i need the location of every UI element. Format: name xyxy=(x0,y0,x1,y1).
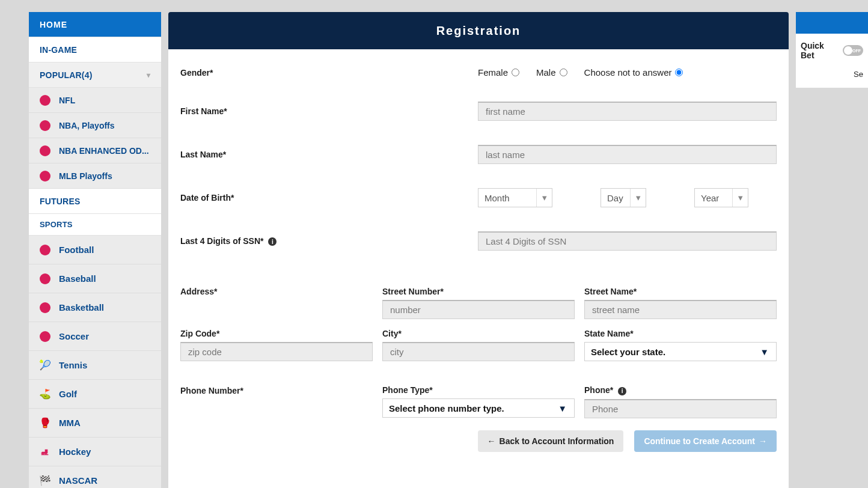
sidebar-nav: HOME IN-GAME POPULAR(4) ▾ NFL NBA, Playo… xyxy=(29,12,161,488)
continue-button[interactable]: Continue to Create Account → xyxy=(634,430,777,452)
nav-item-label: NBA, Playoffs xyxy=(59,121,115,130)
registration-header: Registration xyxy=(168,12,789,49)
registration-form: Gender* Female Male Choose not to answer xyxy=(168,49,789,488)
gender-female-radio[interactable] xyxy=(512,69,519,76)
state-select-text: Select your state. xyxy=(591,347,665,357)
nav-item-label: Golf xyxy=(59,389,77,399)
tennis-icon: 🎾 xyxy=(40,360,50,371)
dob-year-text: Year xyxy=(701,193,719,203)
quick-bet-toggle[interactable]: OFF xyxy=(843,45,863,56)
gender-male-text: Male xyxy=(536,67,556,78)
city-label: City* xyxy=(382,329,575,338)
nav-popular-mlb[interactable]: MLB Playoffs xyxy=(29,163,161,189)
nav-futures[interactable]: FUTURES xyxy=(29,189,161,214)
football-icon xyxy=(40,245,50,255)
mma-icon: 🥊 xyxy=(40,418,50,429)
zip-input[interactable] xyxy=(180,342,373,361)
back-button[interactable]: ← Back to Account Information xyxy=(478,430,624,452)
chevron-down-icon: ▾ xyxy=(147,71,150,79)
street-number-label: Street Number* xyxy=(382,287,575,296)
state-select[interactable]: Select your state. ▼ xyxy=(584,342,777,361)
last-name-input[interactable] xyxy=(478,145,777,164)
gender-male-radio[interactable] xyxy=(560,69,567,76)
gender-label: Gender* xyxy=(180,68,478,78)
street-name-input[interactable] xyxy=(584,300,777,319)
chevron-down-icon: ▾ xyxy=(536,189,552,207)
phone-input[interactable] xyxy=(584,399,777,418)
nav-sport-mma[interactable]: 🥊 MMA xyxy=(29,409,161,438)
nav-item-label: Basketball xyxy=(59,302,104,313)
dob-label: Date of Birth* xyxy=(180,193,478,203)
baseball-icon xyxy=(40,171,50,181)
nav-sport-basketball[interactable]: Basketball xyxy=(29,293,161,322)
dob-day-text: Day xyxy=(607,193,623,203)
gender-na-option[interactable]: Choose not to answer xyxy=(584,67,683,78)
first-name-input[interactable] xyxy=(478,102,777,121)
basketball-icon xyxy=(40,120,50,131)
ssn-label-text: Last 4 Digits of SSN* xyxy=(180,236,263,246)
betslip-header xyxy=(796,12,868,34)
phone-label: Phone* i xyxy=(584,385,777,395)
gender-female-option[interactable]: Female xyxy=(478,67,519,78)
nascar-icon: 🏁 xyxy=(40,475,50,486)
info-icon[interactable]: i xyxy=(618,387,626,395)
nav-in-game[interactable]: IN-GAME xyxy=(29,37,161,63)
nav-item-label: NFL xyxy=(59,96,75,105)
continue-button-label: Continue to Create Account xyxy=(644,436,755,446)
nav-item-label: Football xyxy=(59,245,94,255)
nav-sports-header: SPORTS xyxy=(29,214,161,236)
dob-month-text: Month xyxy=(484,193,510,203)
street-name-label: Street Name* xyxy=(584,287,777,296)
nav-popular-nfl[interactable]: NFL xyxy=(29,88,161,113)
chevron-down-icon: ▾ xyxy=(732,189,748,207)
phone-type-select[interactable]: Select phone number type. ▼ xyxy=(382,398,575,418)
nav-sport-football[interactable]: Football xyxy=(29,236,161,264)
nav-sport-nascar[interactable]: 🏁 NASCAR xyxy=(29,466,161,488)
caret-down-icon: ▼ xyxy=(558,403,567,413)
nav-sport-soccer[interactable]: Soccer xyxy=(29,322,161,351)
nav-item-label: NBA ENHANCED OD... xyxy=(59,146,149,156)
nav-sport-golf[interactable]: ⛳ Golf xyxy=(29,380,161,409)
gender-na-radio[interactable] xyxy=(675,69,683,76)
hockey-icon: ⛸ xyxy=(40,447,50,457)
phone-type-select-text: Select phone number type. xyxy=(389,403,504,413)
soccer-icon xyxy=(40,331,50,342)
city-input[interactable] xyxy=(382,342,575,361)
nav-item-label: NASCAR xyxy=(59,475,97,486)
right-secondary-text: Se xyxy=(801,60,863,79)
nav-popular-nba-playoffs[interactable]: NBA, Playoffs xyxy=(29,113,161,138)
arrow-right-icon: → xyxy=(759,436,767,446)
gender-na-text: Choose not to answer xyxy=(584,67,672,78)
street-number-input[interactable] xyxy=(382,300,575,319)
nav-item-label: Soccer xyxy=(59,331,89,341)
info-icon[interactable]: i xyxy=(268,237,277,246)
gender-radio-group: Female Male Choose not to answer xyxy=(478,67,777,78)
gender-male-option[interactable]: Male xyxy=(536,67,567,78)
last-name-label: Last Name* xyxy=(180,150,478,159)
back-button-label: Back to Account Information xyxy=(500,436,614,446)
dob-year-select[interactable]: Year ▾ xyxy=(694,188,748,207)
dob-day-select[interactable]: Day ▾ xyxy=(601,188,646,207)
basketball-icon xyxy=(40,145,50,156)
nav-home[interactable]: HOME xyxy=(29,12,161,37)
arrow-left-icon: ← xyxy=(487,436,496,446)
nav-sport-tennis[interactable]: 🎾 Tennis xyxy=(29,351,161,380)
phone-label-text: Phone* xyxy=(584,385,613,395)
nav-popular-label: POPULAR(4) xyxy=(40,70,93,80)
first-name-label: First Name* xyxy=(180,106,478,116)
nav-popular-nba-enhanced[interactable]: NBA ENHANCED OD... xyxy=(29,138,161,163)
nav-item-label: MLB Playoffs xyxy=(59,171,112,181)
state-label: State Name* xyxy=(584,329,777,338)
nav-popular[interactable]: POPULAR(4) ▾ xyxy=(29,63,161,88)
dob-month-select[interactable]: Month ▾ xyxy=(478,188,552,207)
ssn-input[interactable] xyxy=(478,231,777,251)
nav-sport-hockey[interactable]: ⛸ Hockey xyxy=(29,438,161,466)
nav-sport-baseball[interactable]: Baseball xyxy=(29,264,161,293)
ssn-label: Last 4 Digits of SSN* i xyxy=(180,236,478,246)
chevron-down-icon: ▾ xyxy=(630,189,646,207)
quick-bet-label: Quick Bet xyxy=(801,41,839,60)
baseball-icon xyxy=(40,273,50,284)
caret-down-icon: ▼ xyxy=(760,347,769,357)
phone-type-label: Phone Type* xyxy=(382,385,575,395)
nav-item-label: Tennis xyxy=(59,360,87,370)
